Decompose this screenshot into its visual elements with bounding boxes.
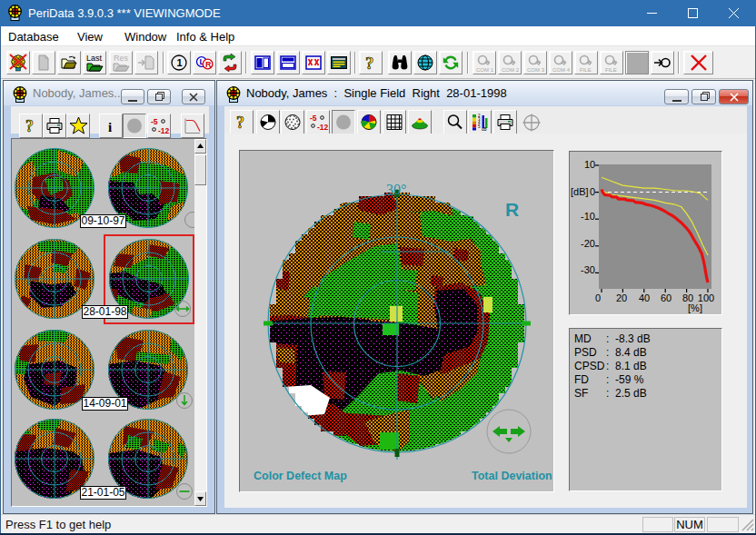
svg-text:COM 1: COM 1 xyxy=(476,67,494,73)
svg-text:-12: -12 xyxy=(158,126,170,135)
svg-text:R: R xyxy=(205,60,212,69)
svg-text:0: 0 xyxy=(595,292,601,303)
svg-text:FILE: FILE xyxy=(605,67,617,73)
svg-text:COM 4: COM 4 xyxy=(552,67,571,73)
svg-text:20: 20 xyxy=(616,292,627,303)
svg-text:5: 5 xyxy=(478,124,481,129)
svg-text:?: ? xyxy=(236,114,244,132)
svg-text:[dB]: [dB] xyxy=(571,186,589,197)
svg-text:10: 10 xyxy=(584,159,595,170)
svg-text:1: 1 xyxy=(177,57,183,68)
svg-text:-20: -20 xyxy=(581,238,595,249)
svg-text:COM 2: COM 2 xyxy=(502,67,520,73)
svg-text:Color Defect Map: Color Defect Map xyxy=(254,470,347,482)
svg-text:-5: -5 xyxy=(151,117,158,126)
svg-text:40: 40 xyxy=(639,292,650,303)
svg-text:[%]: [%] xyxy=(688,302,702,313)
svg-text:-10: -10 xyxy=(581,211,595,222)
svg-text:-5: -5 xyxy=(310,114,317,123)
svg-text:-12: -12 xyxy=(317,123,329,132)
svg-text:R: R xyxy=(505,199,519,220)
svg-text:30°: 30° xyxy=(386,182,406,197)
svg-text:?: ? xyxy=(365,54,374,72)
svg-text:Res: Res xyxy=(114,54,129,63)
svg-text:FILE: FILE xyxy=(580,67,592,73)
svg-text:COM 3: COM 3 xyxy=(527,67,545,73)
svg-text:Last: Last xyxy=(86,54,103,63)
svg-text:i: i xyxy=(108,120,112,134)
svg-text:-30: -30 xyxy=(581,264,595,275)
svg-text:Total Deviation: Total Deviation xyxy=(472,470,552,482)
svg-text:60: 60 xyxy=(661,292,671,303)
svg-text:?: ? xyxy=(25,117,34,135)
svg-text:dB: dB xyxy=(482,127,487,132)
svg-text:0: 0 xyxy=(590,186,595,197)
